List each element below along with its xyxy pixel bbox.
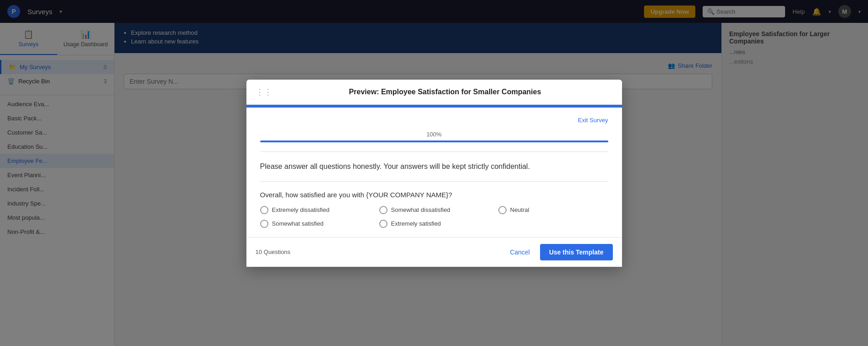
radio-option-5[interactable]: Extremely satisfied [379, 220, 489, 228]
survey-scroll-area[interactable]: Exit Survey 100% Please answer all quest… [246, 108, 622, 237]
modal-header: ⋮⋮ Preview: Employee Satisfaction for Sm… [246, 80, 622, 105]
survey-divider-1 [260, 151, 608, 152]
radio-option-1[interactable]: Extremely dissatisfied [260, 206, 370, 214]
survey-intro-text: Please answer all questions honestly. Yo… [260, 161, 608, 172]
radio-label-4: Somewhat satisfied [272, 220, 324, 227]
modal-overlay: ⋮⋮ Preview: Employee Satisfaction for Sm… [0, 0, 868, 346]
radio-option-3[interactable]: Neutral [498, 206, 608, 214]
progress-label: 100% [260, 131, 608, 138]
radio-option-2[interactable]: Somewhat dissatisfied [379, 206, 489, 214]
modal-footer: 10 Questions Cancel Use this Template [246, 237, 622, 267]
radio-label-1: Extremely dissatisfied [272, 206, 330, 213]
radio-circle-3[interactable] [498, 206, 507, 214]
modal-title: Preview: Employee Satisfaction for Small… [278, 88, 613, 96]
preview-modal: ⋮⋮ Preview: Employee Satisfaction for Sm… [246, 80, 622, 267]
main-layout: 📋 Surveys 📊 Usage Dashboard 📁 My Surveys… [0, 23, 868, 346]
exit-survey-link[interactable]: Exit Survey [260, 117, 608, 124]
cancel-button[interactable]: Cancel [504, 244, 535, 260]
radio-circle-1[interactable] [260, 206, 268, 214]
radio-label-5: Extremely satisfied [391, 220, 441, 227]
radio-label-2: Somewhat dissatisfied [391, 206, 450, 213]
footer-buttons: Cancel Use this Template [504, 244, 612, 260]
use-template-button[interactable]: Use this Template [540, 244, 613, 260]
radio-label-3: Neutral [510, 206, 530, 213]
progress-section: 100% [260, 131, 608, 142]
radio-circle-5[interactable] [379, 220, 388, 228]
modal-body: Exit Survey 100% Please answer all quest… [246, 105, 622, 237]
radio-circle-2[interactable] [379, 206, 388, 214]
questions-count: 10 Questions [256, 249, 291, 255]
survey-divider-2 [260, 181, 608, 182]
drag-handle-icon: ⋮⋮ [256, 87, 272, 97]
inner-progress-fill [260, 141, 608, 142]
survey-question-text: Overall, how satisfied are you with {YOU… [260, 191, 608, 199]
radio-options-group: Extremely dissatisfied Somewhat dissatis… [260, 206, 608, 228]
radio-circle-4[interactable] [260, 220, 268, 228]
inner-progress-bar [260, 141, 608, 142]
radio-option-4[interactable]: Somewhat satisfied [260, 220, 370, 228]
